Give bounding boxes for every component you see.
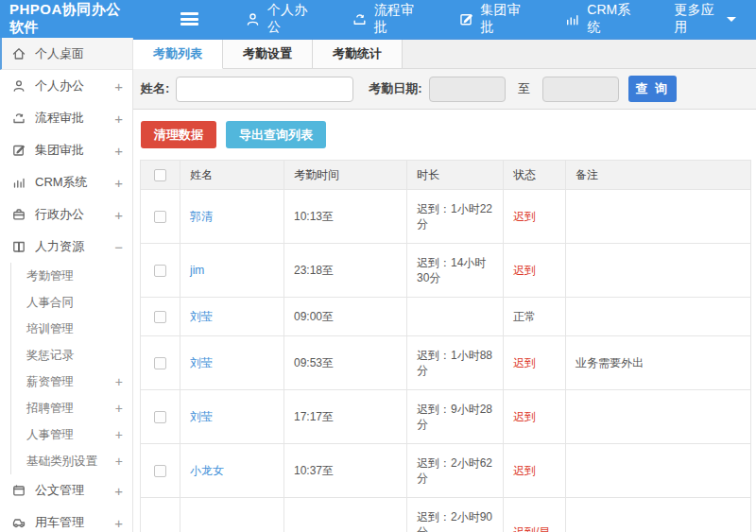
col-header-time: 考勤时间	[284, 161, 407, 190]
table-row: 刘莹 09:00至 正常	[141, 298, 751, 336]
sidebar-subitem[interactable]: 基础类别设置 +	[0, 448, 132, 474]
car-icon	[11, 515, 26, 530]
main-content: 考勤列表 考勤设置 考勤统计 姓名: 考勤日期: 至 查 询 清理数据 导出查询…	[133, 38, 756, 532]
row-checkbox[interactable]	[154, 211, 166, 223]
table-row: 管理员 10:54至10:54 迟到：2小时90分早退：7小时10分 迟到/早退…	[141, 498, 751, 532]
sidebar-subitem[interactable]: 培训管理	[0, 316, 132, 342]
table-row: 刘莹 09:53至 迟到：1小时88分 迟到 业务需要外出	[141, 336, 751, 390]
row-checkbox[interactable]	[154, 311, 166, 323]
date-from-input[interactable]	[429, 77, 506, 102]
attendance-table-wrap: 姓名 考勤时间 时长 状态 备注 郭清 10:13至 迟到：1小时22分 迟到	[133, 160, 756, 532]
status-badge: 迟到	[504, 336, 566, 390]
table-header-row: 姓名 考勤时间 时长 状态 备注	[141, 161, 751, 190]
sidebar-subitem[interactable]: 奖惩记录	[0, 342, 132, 369]
clean-data-button[interactable]: 清理数据	[141, 121, 216, 148]
employee-name-link[interactable]: 郭清	[190, 210, 213, 223]
sidebar-subitem[interactable]: 考勤管理	[0, 263, 132, 289]
select-all-checkbox[interactable]	[154, 169, 166, 181]
search-button[interactable]: 查 询	[628, 76, 677, 102]
employee-name-link[interactable]: jim	[190, 264, 204, 277]
app-title: PHPOA协同办公软件	[0, 1, 131, 37]
status-badge: 迟到	[504, 390, 566, 444]
expand-toggle-icon[interactable]: +	[115, 427, 123, 442]
duration: 迟到：1小时88分	[407, 336, 504, 390]
row-checkbox[interactable]	[154, 465, 166, 477]
sidebar-item[interactable]: 行政办公 +	[0, 198, 132, 231]
user-icon	[245, 11, 261, 27]
sidebar-item[interactable]: 用车管理 +	[0, 506, 132, 532]
sidebar-subitem[interactable]: 人事管理 +	[0, 421, 132, 448]
top-nav-item[interactable]: 个人办公	[245, 2, 312, 36]
table-row: 刘莹 17:17至 迟到：9小时28分 迟到	[141, 390, 751, 444]
top-nav-item[interactable]: 集团审批	[458, 2, 525, 36]
sidebar-item[interactable]: 人力资源 −	[0, 231, 132, 263]
sidebar-subitem[interactable]: 人事合同	[0, 289, 132, 316]
sidebar-item[interactable]: 流程审批 +	[0, 102, 132, 134]
top-nav-item[interactable]: 更多应用	[675, 2, 736, 36]
top-nav-item[interactable]: 流程审批	[352, 2, 419, 36]
row-checkbox[interactable]	[154, 357, 166, 369]
edit-icon	[11, 143, 26, 158]
table-row: 郭清 10:13至 迟到：1小时22分 迟到	[141, 190, 751, 244]
duration: 迟到：14小时30分	[407, 244, 504, 298]
top-nav-menu: 个人办公 流程审批 集团审批 CRM系统 更多应用	[225, 2, 756, 36]
row-checkbox[interactable]	[154, 265, 166, 277]
date-filter-label: 考勤日期:	[369, 80, 421, 97]
duration: 迟到：1小时22分	[407, 190, 504, 244]
date-to-input[interactable]	[542, 77, 619, 102]
expand-toggle-icon[interactable]: +	[114, 175, 123, 191]
expand-toggle-icon[interactable]: +	[114, 515, 123, 531]
row-checkbox[interactable]	[154, 411, 166, 423]
menu-toggle-icon[interactable]	[180, 12, 198, 26]
table-row: 小龙女 10:37至 迟到：2小时62分 迟到	[141, 444, 751, 498]
briefcase-icon	[11, 207, 26, 222]
sidebar-item[interactable]: 公文管理 +	[0, 474, 132, 506]
book-icon	[11, 239, 26, 254]
user-icon	[11, 78, 26, 94]
caret-down-icon	[727, 17, 736, 22]
status-badge: 迟到	[504, 190, 566, 244]
export-list-button[interactable]: 导出查询列表	[226, 121, 326, 148]
attendance-time: 10:37至	[284, 444, 407, 498]
sidebar-item[interactable]: CRM系统 +	[0, 166, 132, 198]
tab[interactable]: 考勤统计	[313, 40, 403, 68]
action-bar: 清理数据 导出查询列表	[133, 110, 756, 160]
name-filter-input[interactable]	[176, 77, 353, 102]
expand-toggle-icon[interactable]: +	[115, 401, 123, 416]
expand-toggle-icon[interactable]: +	[114, 111, 123, 127]
expand-toggle-icon[interactable]: +	[114, 207, 123, 223]
tab[interactable]: 考勤列表	[133, 40, 223, 69]
sidebar-item[interactable]: 集团审批 +	[0, 134, 132, 166]
sidebar-item[interactable]: 个人办公 +	[0, 70, 132, 102]
top-nav-item[interactable]: CRM系统	[564, 2, 634, 36]
employee-name-link[interactable]: 小龙女	[190, 464, 224, 477]
status-badge: 迟到	[504, 244, 566, 298]
employee-name-link[interactable]: 刘莹	[190, 356, 213, 369]
chart-icon	[11, 175, 26, 190]
tab[interactable]: 考勤设置	[223, 40, 313, 68]
attendance-time: 09:00至	[284, 298, 407, 336]
col-header-status: 状态	[504, 161, 566, 190]
col-header-name: 姓名	[180, 161, 284, 190]
attendance-table: 姓名 考勤时间 时长 状态 备注 郭清 10:13至 迟到：1小时22分 迟到	[140, 160, 751, 532]
table-row: jim 23:18至 迟到：14小时30分 迟到	[141, 244, 751, 298]
expand-toggle-icon[interactable]: +	[114, 483, 123, 499]
sidebar-subitem[interactable]: 招聘管理 +	[0, 395, 132, 421]
note	[566, 390, 751, 444]
expand-toggle-icon[interactable]: +	[115, 374, 123, 389]
top-navbar: PHPOA协同办公软件 个人办公 流程审批 集团审批 CRM系统 更多应用	[0, 0, 756, 38]
employee-name-link[interactable]: 刘莹	[190, 310, 213, 323]
expand-toggle-icon[interactable]: +	[114, 143, 123, 159]
duration: 迟到：9小时28分	[407, 390, 504, 444]
attendance-time: 10:54至10:54	[284, 498, 407, 532]
col-header-duration: 时长	[407, 161, 504, 190]
tab-bar: 考勤列表 考勤设置 考勤统计	[133, 40, 756, 69]
sidebar-item[interactable]: 个人桌面	[0, 38, 132, 70]
sidebar-subitem[interactable]: 薪资管理 +	[0, 369, 132, 395]
attendance-time: 10:13至	[284, 190, 407, 244]
chart-icon	[564, 11, 580, 27]
expand-toggle-icon[interactable]: +	[114, 78, 123, 94]
expand-toggle-icon[interactable]: −	[114, 239, 123, 255]
employee-name-link[interactable]: 刘莹	[190, 410, 213, 423]
expand-toggle-icon[interactable]: +	[115, 454, 123, 469]
